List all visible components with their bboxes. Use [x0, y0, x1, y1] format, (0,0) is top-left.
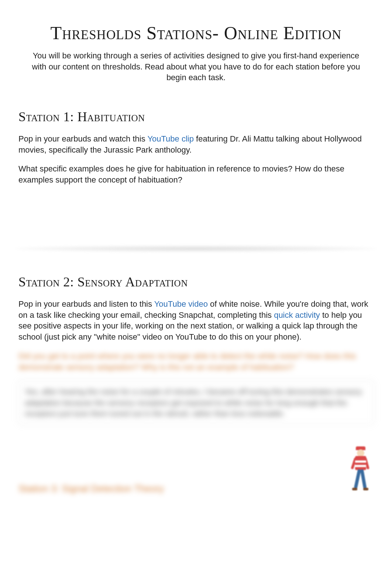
- section-divider: [15, 245, 377, 252]
- station2-blurred-question: Did you get to a point where you were no…: [18, 351, 374, 374]
- station2-blurred-answer: Yes, after hearing the noise for a coupl…: [18, 381, 374, 424]
- page-title: Thresholds Stations- Online Edition: [18, 22, 374, 44]
- station1-heading: Station 1: Habituation: [18, 109, 374, 125]
- answer-space: [18, 194, 374, 245]
- station1-paragraph1: Pop in your earbuds and watch this YouTu…: [18, 133, 374, 155]
- station1-question: What specific examples does he give for …: [18, 163, 374, 185]
- station2-heading: Station 2: Sensory Adaptation: [18, 274, 374, 290]
- text-segment: Pop in your earbuds and listen to this: [18, 299, 154, 309]
- intro-text: You will be working through a series of …: [30, 50, 362, 83]
- bottom-row: Station 3: Signal Detection Theory: [18, 446, 374, 494]
- waldo-character-image: [348, 446, 374, 494]
- station2-paragraph1: Pop in your earbuds and listen to this Y…: [18, 299, 374, 343]
- youtube-video-link[interactable]: YouTube video: [154, 299, 208, 309]
- station3-blurred-heading: Station 3: Signal Detection Theory: [18, 483, 164, 494]
- youtube-clip-link[interactable]: YouTube clip: [147, 134, 194, 143]
- quick-activity-link[interactable]: quick activity: [274, 310, 320, 320]
- text-segment: Pop in your earbuds and watch this: [18, 134, 147, 143]
